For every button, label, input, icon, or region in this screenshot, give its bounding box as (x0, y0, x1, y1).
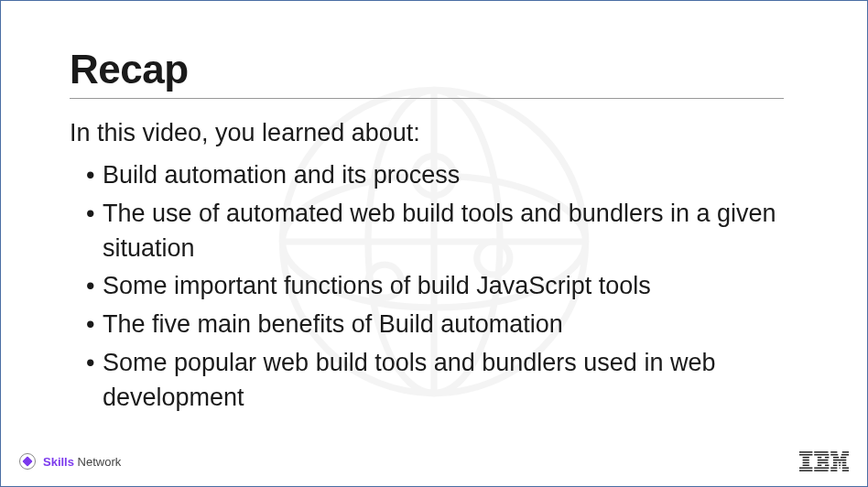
bullet-item: The five main benefits of Build automati… (86, 308, 798, 342)
svg-rect-42 (830, 470, 837, 471)
svg-rect-39 (830, 467, 837, 468)
svg-rect-30 (833, 457, 839, 458)
bullet-item: Some popular web build tools and bundler… (86, 346, 798, 416)
bullet-list: Build automation and its process The use… (70, 158, 798, 416)
slide-content: Recap In this video, you learned about: … (1, 1, 867, 416)
svg-rect-28 (830, 454, 838, 455)
svg-rect-43 (842, 470, 849, 471)
svg-rect-8 (799, 451, 812, 452)
skills-network-text: Skills Network (43, 455, 121, 469)
svg-rect-18 (818, 457, 822, 458)
svg-rect-33 (833, 462, 838, 463)
svg-rect-13 (803, 465, 809, 466)
svg-rect-23 (825, 465, 830, 466)
ibm-logo (799, 451, 849, 471)
title-divider (70, 98, 784, 99)
svg-rect-38 (842, 465, 847, 466)
svg-rect-24 (814, 467, 829, 468)
svg-rect-40 (840, 467, 841, 468)
svg-rect-12 (803, 462, 809, 463)
skills-network-brand: Skills Network (19, 453, 121, 470)
svg-rect-10 (803, 457, 809, 458)
svg-rect-35 (842, 462, 847, 463)
svg-rect-36 (833, 465, 838, 466)
svg-rect-34 (839, 462, 841, 463)
svg-rect-20 (818, 460, 829, 460)
bullet-item: Some important functions of build JavaSc… (86, 269, 798, 304)
svg-rect-32 (833, 460, 846, 460)
svg-rect-22 (818, 465, 822, 466)
skills-network-icon (19, 453, 36, 470)
svg-rect-26 (830, 451, 837, 452)
svg-rect-17 (814, 454, 829, 455)
slide-footer: Skills Network (1, 448, 867, 475)
svg-rect-37 (839, 465, 841, 466)
svg-rect-21 (818, 462, 829, 463)
svg-rect-25 (814, 470, 828, 471)
svg-rect-27 (842, 451, 849, 452)
bullet-item: Build automation and its process (86, 158, 798, 193)
svg-rect-29 (841, 454, 849, 455)
svg-rect-19 (825, 457, 830, 458)
intro-text: In this video, you learned about: (70, 119, 798, 147)
svg-rect-31 (841, 457, 846, 458)
svg-rect-41 (842, 467, 849, 468)
svg-rect-15 (799, 470, 812, 471)
svg-rect-16 (814, 451, 828, 452)
slide-title: Recap (70, 47, 798, 92)
svg-rect-14 (799, 467, 812, 468)
svg-rect-11 (803, 460, 809, 460)
svg-rect-9 (799, 454, 812, 455)
bullet-item: The use of automated web build tools and… (86, 197, 798, 266)
